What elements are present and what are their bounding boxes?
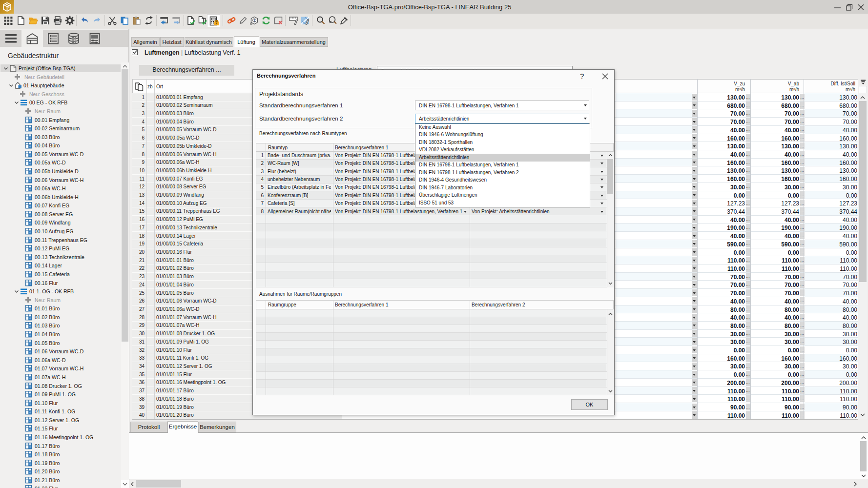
svg-text:1: 1 <box>253 18 255 23</box>
